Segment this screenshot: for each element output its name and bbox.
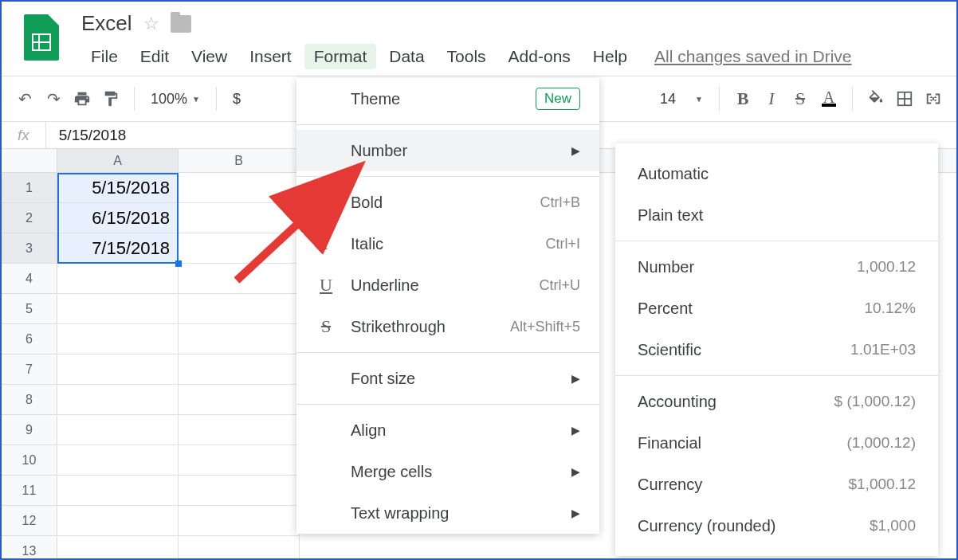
document-title[interactable]: Excel — [81, 11, 132, 36]
cell-a2[interactable]: 6/15/2018 — [57, 203, 179, 233]
row-header[interactable]: 5 — [2, 294, 57, 324]
cell[interactable] — [179, 445, 300, 476]
menu-edit[interactable]: Edit — [131, 44, 179, 69]
select-all-corner[interactable] — [2, 149, 57, 172]
cell[interactable] — [57, 324, 179, 354]
cell[interactable] — [179, 506, 300, 536]
folder-icon[interactable] — [171, 15, 191, 33]
italic-icon: I — [316, 233, 336, 254]
new-badge: New — [536, 88, 580, 110]
row-header[interactable]: 10 — [2, 445, 57, 476]
row-header[interactable]: 7 — [2, 354, 57, 385]
cell[interactable] — [179, 203, 300, 233]
format-font-size[interactable]: Font size ▶ — [296, 358, 599, 399]
format-example: 1.01E+03 — [850, 341, 916, 358]
cell[interactable] — [179, 476, 300, 506]
formula-input[interactable]: 5/15/2018 — [46, 127, 139, 144]
font-size-select[interactable]: 14▼ — [655, 91, 708, 108]
number-currency[interactable]: Currency$1,000.12 — [615, 464, 938, 505]
strikethrough-icon[interactable]: S — [788, 87, 812, 111]
column-header-a[interactable]: A — [57, 149, 179, 172]
menu-addons[interactable]: Add-ons — [499, 44, 580, 69]
titlebar: Excel ☆ File Edit View Insert Format Dat… — [2, 2, 956, 76]
separator — [296, 352, 599, 353]
cell[interactable] — [57, 354, 179, 385]
format-merge-cells[interactable]: Merge cells ▶ — [296, 451, 599, 492]
format-example: 10.12% — [865, 300, 916, 317]
cell[interactable] — [179, 536, 300, 560]
number-scientific[interactable]: Scientific1.01E+03 — [615, 329, 938, 370]
save-status[interactable]: All changes saved in Drive — [654, 47, 851, 66]
bold-icon[interactable]: B — [731, 87, 755, 111]
format-strikethrough[interactable]: S Strikethrough Alt+Shift+5 — [296, 306, 599, 347]
menu-data[interactable]: Data — [379, 44, 434, 69]
number-currency-rounded[interactable]: Currency (rounded)$1,000 — [615, 505, 938, 546]
redo-icon[interactable]: ↷ — [41, 87, 65, 111]
cell[interactable] — [179, 294, 300, 324]
cell[interactable] — [57, 536, 179, 560]
row-header[interactable]: 3 — [2, 233, 57, 264]
menu-insert[interactable]: Insert — [240, 44, 301, 69]
cell[interactable] — [179, 264, 300, 294]
row-header[interactable]: 13 — [2, 536, 57, 560]
number-financial[interactable]: Financial(1,000.12) — [615, 422, 938, 464]
format-text-wrapping[interactable]: Text wrapping ▶ — [296, 492, 599, 534]
row-header[interactable]: 11 — [2, 476, 57, 506]
row-header[interactable]: 8 — [2, 385, 57, 415]
number-number[interactable]: Number1,000.12 — [615, 246, 938, 288]
cell-a1[interactable]: 5/15/2018 — [57, 173, 179, 203]
menu-format[interactable]: Format — [304, 44, 377, 69]
number-automatic[interactable]: Automatic — [615, 153, 938, 194]
format-align[interactable]: Align ▶ — [296, 409, 599, 451]
format-underline[interactable]: U Underline Ctrl+U — [296, 264, 599, 306]
print-icon[interactable] — [70, 87, 94, 111]
cell[interactable] — [179, 233, 300, 264]
column-header-b[interactable]: B — [179, 149, 300, 172]
cell[interactable] — [179, 385, 300, 415]
borders-icon[interactable] — [893, 87, 917, 111]
menu-tools[interactable]: Tools — [438, 44, 496, 69]
row-header[interactable]: 4 — [2, 264, 57, 294]
cell[interactable] — [57, 476, 179, 506]
row-header[interactable]: 1 — [2, 173, 57, 203]
number-accounting[interactable]: Accounting$ (1,000.12) — [615, 381, 938, 422]
number-percent[interactable]: Percent10.12% — [615, 288, 938, 329]
merge-cells-icon[interactable] — [921, 87, 945, 111]
format-theme[interactable]: Theme New — [296, 78, 599, 119]
row-header[interactable]: 6 — [2, 324, 57, 354]
cell[interactable] — [179, 415, 300, 445]
menu-file[interactable]: File — [81, 44, 128, 69]
cell[interactable] — [179, 354, 300, 385]
cell[interactable] — [57, 415, 179, 445]
cell[interactable] — [57, 445, 179, 476]
row-header[interactable]: 12 — [2, 506, 57, 536]
selection-handle[interactable] — [175, 260, 182, 267]
undo-icon[interactable]: ↶ — [13, 87, 37, 111]
paint-format-icon[interactable] — [99, 87, 123, 111]
sheets-logo[interactable] — [24, 14, 59, 61]
number-plain-text[interactable]: Plain text — [615, 194, 938, 236]
currency-format-icon[interactable]: $ — [228, 91, 245, 108]
italic-icon[interactable]: I — [760, 87, 783, 111]
star-icon[interactable]: ☆ — [143, 14, 159, 34]
cell[interactable] — [57, 264, 179, 294]
cell[interactable] — [179, 324, 300, 354]
menu-help[interactable]: Help — [583, 44, 637, 69]
fill-color-icon[interactable] — [864, 87, 888, 111]
shortcut: Alt+Shift+5 — [510, 319, 580, 335]
format-bold[interactable]: B Bold Ctrl+B — [296, 182, 599, 223]
cell[interactable] — [179, 173, 300, 203]
cell[interactable] — [57, 385, 179, 415]
bold-icon: B — [316, 192, 336, 213]
format-number[interactable]: Number ▶ — [296, 130, 599, 171]
row-header[interactable]: 2 — [2, 203, 57, 233]
row-header[interactable]: 9 — [2, 415, 57, 445]
zoom-select[interactable]: 100%▼ — [146, 91, 205, 108]
cell[interactable] — [57, 506, 179, 536]
number-format-submenu: Automatic Plain text Number1,000.12 Perc… — [615, 143, 938, 556]
cell[interactable] — [57, 294, 179, 324]
format-italic[interactable]: I Italic Ctrl+I — [296, 223, 599, 264]
text-color-icon[interactable]: A — [817, 87, 841, 111]
menu-view[interactable]: View — [182, 44, 237, 69]
cell-a3[interactable]: 7/15/2018 — [57, 233, 179, 264]
